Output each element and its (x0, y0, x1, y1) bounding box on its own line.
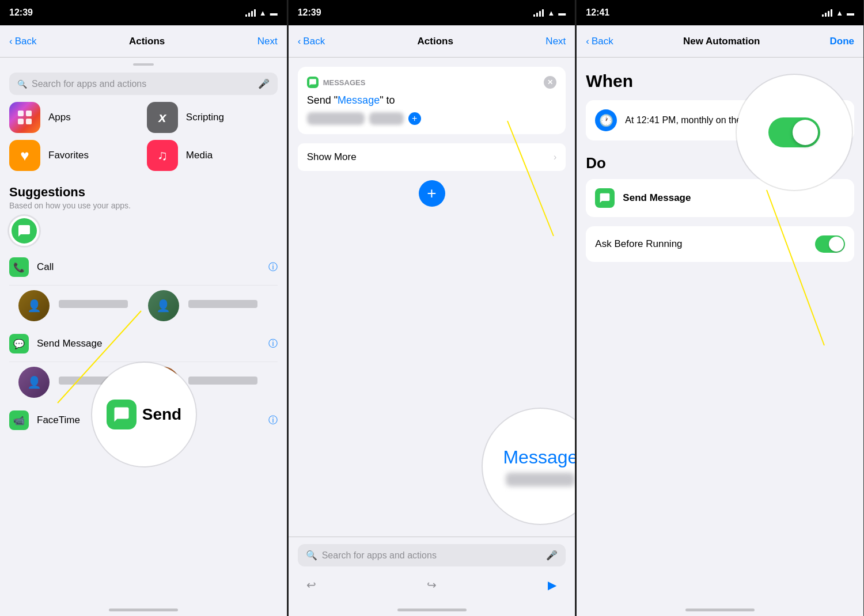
send-message-label: Send Message (37, 338, 264, 349)
back-button-1[interactable]: ‹ Back (9, 36, 36, 47)
category-scripting[interactable]: x Scripting (147, 102, 278, 133)
search-placeholder-2: Search for apps and actions (322, 550, 542, 561)
nav-title-3: New Automation (683, 36, 760, 47)
nav-bar-1: ‹ Back Actions Next (0, 25, 287, 58)
recipient-row: + (307, 112, 557, 125)
call-info-icon[interactable]: ⓘ (268, 261, 278, 273)
ask-before-card: Ask Before Running (586, 226, 854, 262)
next-button-1[interactable]: Next (257, 36, 278, 47)
signal-icon-2 (533, 9, 544, 17)
category-favorites[interactable]: ♥ Favorites (9, 140, 140, 171)
drag-handle-bar (133, 63, 154, 66)
svg-rect-1 (26, 111, 32, 116)
zoom-toggle-content (768, 117, 820, 147)
facetime-info-icon[interactable]: ⓘ (268, 415, 278, 427)
screen1-content: 🔍 Search for apps and actions 🎤 Apps (0, 58, 287, 603)
favorites-icon: ♥ (9, 140, 40, 171)
zoom-blur (506, 473, 575, 486)
suggestion-send-message[interactable]: 💬 Send Message ⓘ (9, 326, 278, 362)
done-button[interactable]: Done (830, 36, 855, 47)
mic-icon-1[interactable]: 🎤 (258, 78, 270, 89)
do-action-label: Send Message (623, 192, 691, 204)
status-bar-2: 12:39 ▲ ▬ (289, 0, 575, 25)
avatar-row-1: 👤 👤 (9, 286, 278, 326)
ask-before-toggle[interactable] (815, 235, 845, 253)
back-chevron-2: ‹ (298, 36, 301, 47)
play-button[interactable]: ▶ (543, 576, 561, 594)
search-bar-2[interactable]: 🔍 Search for apps and actions 🎤 (298, 544, 566, 566)
messages-app-label: MESSAGES (323, 78, 366, 87)
zoom-circle-3 (737, 75, 852, 190)
add-action-button[interactable]: + (419, 180, 445, 207)
undo-button[interactable]: ↩ (302, 576, 321, 594)
back-button-3[interactable]: ‹ Back (586, 36, 613, 47)
avatar-2-blur (188, 300, 268, 311)
zoom-content-1: Send (107, 400, 181, 429)
message-placeholder[interactable]: Message (338, 94, 380, 106)
scripting-icon: x (147, 102, 178, 133)
redo-button[interactable]: ↪ (423, 576, 441, 594)
home-indicator-2 (289, 603, 575, 616)
signal-icon (245, 9, 256, 17)
message-card: MESSAGES ✕ Send "Message" to + (298, 67, 566, 134)
show-more-chevron: › (554, 152, 556, 162)
suggestions-header: Suggestions Based on how you use your ap… (0, 180, 287, 212)
battery-icon: ▬ (270, 9, 278, 17)
phone-screen-2: 12:39 ▲ ▬ ‹ Back Actions Next (289, 0, 576, 616)
messages-label: MESSAGES (307, 77, 366, 88)
avatar-1: 👤 (18, 290, 50, 321)
send-prefix: Send " (307, 94, 338, 106)
send-msg-icon (12, 218, 37, 244)
close-button[interactable]: ✕ (544, 76, 556, 89)
back-label-2: Back (303, 36, 325, 47)
send-message-icon: 💬 (9, 334, 29, 353)
zoom-send-label: Send (142, 405, 181, 424)
svg-rect-3 (26, 119, 32, 124)
send-message-info-icon[interactable]: ⓘ (268, 338, 278, 350)
category-apps[interactable]: Apps (9, 102, 140, 133)
zoom-message-text: Message (503, 447, 575, 468)
category-media[interactable]: ♫ Media (147, 140, 278, 171)
scripting-label: Scripting (186, 112, 224, 123)
send-highlight-wrapper (9, 216, 39, 246)
search-placeholder-1: Search for apps and actions (32, 79, 253, 89)
drag-handle (0, 58, 287, 68)
message-card-header: MESSAGES ✕ (307, 76, 557, 89)
status-icons-2: ▲ ▬ (533, 9, 566, 17)
show-more-row[interactable]: Show More › (298, 143, 566, 171)
back-label-3: Back (592, 36, 613, 47)
suggestion-call[interactable]: 📞 Call ⓘ (9, 249, 278, 286)
send-suffix: " to (380, 94, 395, 106)
battery-icon-2: ▬ (558, 9, 566, 17)
send-message-text: Send "Message" to (307, 94, 557, 107)
zoom-msg-icon (107, 400, 137, 429)
mic-icon-2[interactable]: 🎤 (546, 550, 558, 561)
toolbar-s2: ↩ ↪ ▶ (298, 573, 566, 596)
send-highlight-area (0, 212, 287, 249)
nav-bar-3: ‹ Back New Automation Done (577, 25, 863, 58)
signal-icon-3 (822, 9, 832, 17)
phone-screen-1: 12:39 ▲ ▬ ‹ Back Actions Next 🔍 (0, 0, 287, 616)
ask-before-row: Ask Before Running (595, 226, 845, 262)
add-recipient-button[interactable]: + (408, 112, 421, 125)
next-button-2[interactable]: Next (545, 36, 566, 47)
wifi-icon-3: ▲ (836, 9, 843, 17)
zoom-toggle-knob (793, 120, 818, 145)
wifi-icon: ▲ (259, 9, 267, 17)
back-chevron-3: ‹ (586, 36, 589, 47)
search-bar-1[interactable]: 🔍 Search for apps and actions 🎤 (9, 73, 278, 95)
wifi-icon-2: ▲ (547, 9, 555, 17)
status-bar-3: 12:41 ▲ ▬ (577, 0, 863, 25)
recipient-blur-2 (369, 112, 404, 125)
zoom-toggle (768, 117, 820, 147)
search-bar-container-1: 🔍 Search for apps and actions 🎤 (0, 68, 287, 102)
recipient-blur-1 (307, 112, 365, 125)
zoom-content-2: Message (503, 447, 575, 486)
battery-icon-3: ▬ (847, 9, 854, 17)
avatar-2: 👤 (148, 290, 179, 321)
back-button-2[interactable]: ‹ Back (298, 36, 325, 47)
avatar-4-blur (188, 377, 268, 388)
media-label: Media (186, 150, 213, 161)
avatar-3: 👤 (18, 367, 50, 398)
back-chevron-1: ‹ (9, 36, 13, 47)
